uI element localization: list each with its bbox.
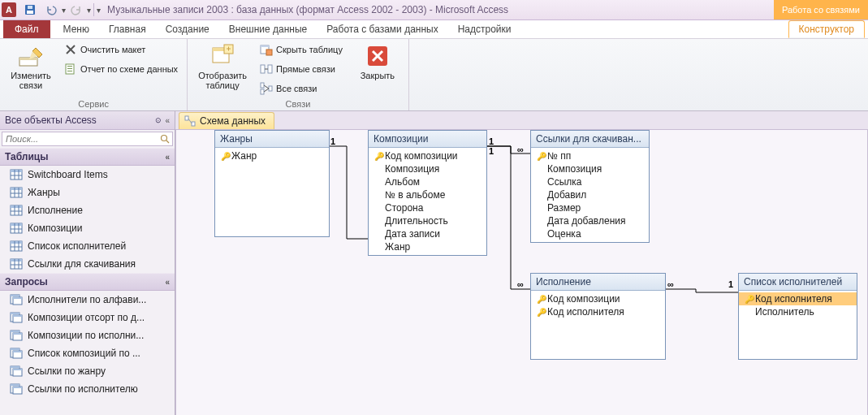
edit-relations-button[interactable]: Изменить связи	[5, 41, 57, 93]
table-genres[interactable]: Жанры🔑Жанр	[214, 130, 330, 237]
direct-rel-button[interactable]: Прямые связи	[256, 60, 347, 78]
nav-query-item[interactable]: Композиции по исполни...	[0, 326, 175, 344]
field[interactable]: Оценка	[531, 227, 649, 240]
qat-sep	[93, 3, 94, 16]
field[interactable]: Ссылка	[531, 175, 649, 188]
svg-rect-9	[67, 68, 72, 69]
qat-redo-dd[interactable]: ▾	[87, 6, 91, 15]
field[interactable]: Композиция	[531, 162, 649, 175]
svg-rect-65	[13, 297, 22, 299]
clear-layout-button[interactable]: Очистить макет	[60, 41, 182, 58]
field-name: Код исполнителя	[547, 306, 624, 318]
tab-designer[interactable]: Конструктор	[788, 20, 865, 38]
table-links[interactable]: Ссылки для скачиван...🔑№ ппКомпозицияСсы…	[530, 130, 650, 243]
qat-customize[interactable]: ▾	[97, 6, 101, 15]
svg-rect-79	[11, 366, 19, 368]
nav-cat-queries[interactable]: Запросы«	[0, 273, 175, 291]
table-performance[interactable]: Исполнение🔑Код композиции🔑Код исполнител…	[530, 273, 666, 360]
field[interactable]: № в альбоме	[369, 188, 486, 201]
nav-header-dd-icon[interactable]: ⊙	[155, 116, 162, 125]
nav-table-item[interactable]: Список исполнителей	[0, 237, 175, 255]
relationships-canvas[interactable]: 1 ∞ 1 ∞ 1 ∞ ∞ 1 Жанры🔑Жанр Композиции🔑Ко…	[175, 129, 868, 415]
table-title[interactable]: Жанры	[215, 131, 329, 148]
field[interactable]: 🔑Код исполнителя	[531, 305, 665, 318]
field[interactable]: Сторона	[369, 201, 486, 214]
table-title[interactable]: Список исполнителей	[739, 274, 857, 291]
nav-header-label: Все объекты Access	[5, 115, 97, 126]
nav-cat-tables[interactable]: Таблицы«	[0, 148, 175, 166]
tab-create[interactable]: Создание	[158, 20, 218, 38]
search-icon[interactable]	[158, 132, 172, 145]
table-performers[interactable]: Список исполнителей🔑Код исполнителяИспол…	[738, 273, 857, 360]
field[interactable]: Жанр	[369, 240, 486, 253]
table-icon	[10, 240, 23, 253]
table-title[interactable]: Исполнение	[531, 274, 665, 291]
svg-rect-10	[67, 71, 72, 71]
table-icon	[10, 257, 23, 270]
nav-query-item[interactable]: Ссылки по жанру	[0, 362, 175, 380]
field[interactable]: Размер	[531, 201, 649, 214]
tab-external[interactable]: Внешние данные	[221, 20, 316, 38]
qat-redo[interactable]	[67, 1, 86, 19]
table-compositions[interactable]: Композиции🔑Код композицииКомпозицияАльбо…	[368, 130, 487, 256]
tab-menu[interactable]: Меню	[55, 20, 97, 38]
field[interactable]: Дата добавления	[531, 214, 649, 227]
tab-home[interactable]: Главная	[101, 20, 154, 38]
search-input[interactable]	[2, 132, 158, 145]
nav-header[interactable]: Все объекты Access ⊙«	[0, 111, 175, 130]
table-title[interactable]: Ссылки для скачиван...	[531, 131, 649, 148]
field[interactable]: 🔑№ пп	[531, 149, 649, 162]
qat-undo[interactable]	[41, 1, 61, 19]
nav-item-label: Ссылки по жанру	[28, 365, 106, 377]
window-title: Музыкальные записи 2003 : база данных (ф…	[107, 4, 508, 15]
nav-table-item[interactable]: Исполнение	[0, 201, 175, 219]
nav-query-item[interactable]: Композиции отсорт по д...	[0, 309, 175, 326]
nav-table-item[interactable]: Switchboard Items	[0, 166, 175, 184]
nav-table-item[interactable]: Жанры	[0, 184, 175, 201]
direct-rel-icon	[260, 63, 273, 76]
field[interactable]: Композиция	[369, 162, 486, 175]
qat-undo-dd[interactable]: ▾	[62, 6, 66, 15]
field[interactable]: 🔑Код исполнителя	[739, 292, 857, 305]
close-label: Закрыть	[361, 71, 395, 80]
svg-rect-75	[11, 348, 19, 350]
hide-table-button[interactable]: Скрыть таблицу	[256, 41, 347, 58]
table-title[interactable]: Композиции	[369, 131, 486, 148]
field-name: Альбом	[385, 176, 420, 188]
query-icon	[10, 311, 23, 324]
tab-addins[interactable]: Надстройки	[450, 20, 520, 38]
edit-relations-icon	[18, 43, 44, 69]
all-rel-button[interactable]: Все связи	[256, 80, 347, 97]
field-name: № пп	[547, 150, 571, 162]
field[interactable]: Длительность	[369, 214, 486, 227]
show-table-button[interactable]: Отобразить таблицу	[192, 41, 253, 93]
doc-tab-schema[interactable]: Схема данных	[179, 112, 274, 129]
nav-collapse-icon[interactable]: «	[165, 116, 170, 125]
close-button[interactable]: Закрыть	[352, 41, 404, 83]
group-relations-label: Связи	[192, 99, 404, 110]
nav-item-label: Switchboard Items	[28, 169, 108, 180]
close-icon	[365, 43, 391, 69]
field[interactable]: 🔑Код композиции	[531, 292, 665, 305]
hide-table-icon	[260, 43, 273, 56]
field[interactable]: Добавил	[531, 188, 649, 201]
field[interactable]: 🔑Код композиции	[369, 149, 486, 162]
nav-query-item[interactable]: Исполнители по алфави...	[0, 291, 175, 309]
nav-table-item[interactable]: Композиции	[0, 219, 175, 237]
title-bar: A ▾ ▾ ▾ Музыкальные записи 2003 : база д…	[0, 0, 868, 20]
tab-dbtools[interactable]: Работа с базами данных	[318, 20, 446, 38]
tab-file[interactable]: Файл	[3, 20, 50, 38]
relation-report-button[interactable]: Отчет по схеме данных	[60, 60, 182, 78]
field[interactable]: Альбом	[369, 175, 486, 188]
hide-table-label: Скрыть таблицу	[276, 45, 343, 54]
nav-table-item[interactable]: Ссылки для скачивания	[0, 255, 175, 273]
nav-query-item[interactable]: Ссылки по исполнителю	[0, 380, 175, 398]
nav-query-item[interactable]: Список композиций по ...	[0, 344, 175, 362]
field[interactable]: 🔑Жанр	[215, 149, 329, 162]
field[interactable]: Исполнитель	[739, 305, 857, 318]
svg-rect-18	[266, 50, 272, 55]
field-name: Код исполнителя	[755, 293, 832, 305]
qat-save[interactable]	[20, 1, 40, 19]
field[interactable]: Дата записи	[369, 227, 486, 240]
nav-item-label: Исполнение	[28, 205, 83, 216]
